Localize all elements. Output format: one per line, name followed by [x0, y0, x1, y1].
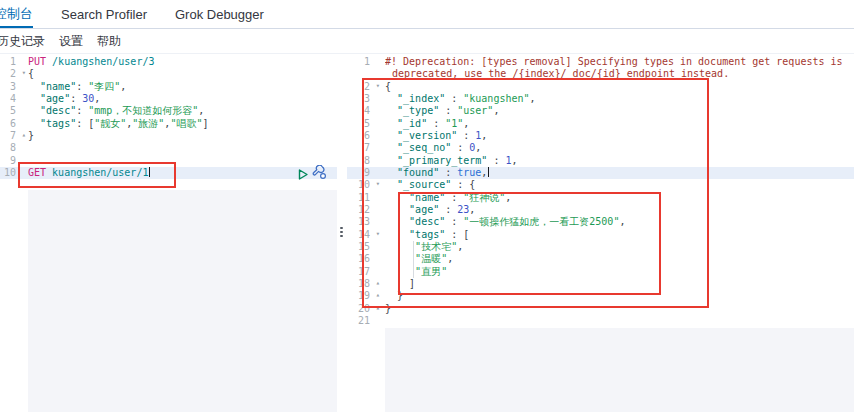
code-token: "一顿操作猛如虎，一看工资2500" [463, 216, 619, 227]
editor-line[interactable]: 7 "_seq_no" : 0, [347, 142, 854, 154]
code-token: { [385, 81, 391, 92]
editor-line[interactable]: 16 "温暖", [347, 253, 854, 265]
editor-line[interactable]: 6 "tags": ["靓女","旅游","唱歌"] [0, 118, 337, 130]
code-token: "found" [397, 167, 439, 178]
code-token: "_version" [397, 130, 457, 141]
line-number: 2▾ [0, 68, 28, 80]
fold-toggle-icon[interactable]: ▾ [376, 80, 380, 92]
code-token [385, 179, 397, 190]
line-number: 3 [347, 93, 385, 105]
code-token: : [439, 204, 457, 215]
code-token: , [469, 204, 475, 215]
response-output-panel[interactable]: 1#! Deprecation: [types removal] Specify… [347, 54, 854, 412]
editor-line[interactable]: 5 "desc": "mmp，不知道如何形容", [0, 105, 337, 117]
fold-toggle-icon[interactable]: ▾ [376, 228, 380, 240]
code-token: } [385, 303, 391, 314]
editor-line[interactable]: 3 "name": "李四", [0, 81, 337, 93]
line-number: 12 [347, 204, 385, 216]
code-token: , [493, 105, 499, 116]
line-number: 3 [0, 81, 28, 93]
code-token: "_seq_no" [397, 142, 451, 153]
line-number: 10▾ [347, 179, 385, 191]
editor-line[interactable]: 4 "_type" : "user", [347, 105, 854, 117]
code-token [385, 105, 397, 116]
editor-line[interactable]: 8 [0, 142, 337, 154]
request-editor-panel[interactable]: 1PUT /kuangshen/user/32▾{3 "name": "李四",… [0, 54, 337, 412]
editor-line[interactable]: 9 "found" : true, [347, 167, 854, 179]
line-number: 5 [347, 118, 385, 130]
code-token: deprecated, use the /{index}/_doc/{id} e… [392, 68, 729, 79]
code-token: : [70, 93, 82, 104]
code-token [28, 118, 40, 129]
fold-toggle-icon[interactable]: ▴ [22, 129, 26, 141]
fold-toggle-icon[interactable]: ▾ [22, 67, 26, 79]
code-token: : [451, 142, 469, 153]
editor-line[interactable]: 9 [0, 155, 337, 167]
code-token: , [447, 253, 453, 264]
code-token: : [ [76, 118, 94, 129]
code-token [385, 253, 415, 264]
line-number: 16 [347, 253, 385, 265]
fold-toggle-icon[interactable]: ▴ [376, 302, 380, 314]
code-token: ] [385, 278, 415, 289]
editor-line[interactable]: 14▾ "tags" : [ [347, 229, 854, 241]
tab-search-profiler[interactable]: Search Profiler [61, 0, 147, 28]
editor-line[interactable]: 5 "_id" : "1", [347, 118, 854, 130]
editor-line[interactable]: 10GET kuangshen/user/1 [0, 167, 337, 179]
code-token [28, 93, 40, 104]
editor-line[interactable]: 15 "技术宅", [347, 241, 854, 253]
send-request-button[interactable] [297, 167, 309, 185]
code-token: ] [202, 118, 208, 129]
fold-toggle-icon[interactable]: ▾ [376, 178, 380, 190]
code-token: , [530, 93, 536, 104]
code-token [385, 216, 409, 227]
editor-line[interactable]: 8 "_primary_term" : 1, [347, 155, 854, 167]
code-token [385, 266, 415, 277]
code-token: } [385, 290, 403, 301]
play-icon [297, 168, 309, 181]
line-number: 5 [0, 105, 28, 117]
editor-line[interactable]: 11 "name" : "狂神说", [347, 192, 854, 204]
code-token: PUT [28, 56, 46, 67]
code-token: : [76, 81, 88, 92]
editor-line[interactable]: 13 "desc" : "一顿操作猛如虎，一看工资2500", [347, 216, 854, 228]
editor-line-wrap[interactable]: deprecated, use the /{index}/_doc/{id} e… [347, 68, 854, 80]
editor-line[interactable]: 4 "age": 30, [0, 93, 337, 105]
line-number: 4 [0, 93, 28, 105]
tab-grok-debugger[interactable]: Grok Debugger [175, 0, 264, 28]
editor-line[interactable]: 6 "_version" : 1, [347, 130, 854, 142]
fold-toggle-icon[interactable]: ▴ [376, 277, 380, 289]
editor-line[interactable]: 2▾{ [0, 68, 337, 80]
request-options-button[interactable] [312, 165, 327, 184]
editor-line[interactable]: 10▾ "_source" : { [347, 179, 854, 191]
menu-settings[interactable]: 设置 [59, 33, 83, 50]
editor-line[interactable]: 20▴} [347, 303, 854, 315]
line-number: 10 [0, 167, 28, 179]
editor-line[interactable]: 19▴ } [347, 290, 854, 302]
editor-line[interactable]: 1#! Deprecation: [types removal] Specify… [347, 56, 854, 68]
code-token: "age" [409, 204, 439, 215]
editor-line[interactable]: 12 "age" : 23, [347, 204, 854, 216]
code-token: : [445, 192, 463, 203]
editor-line[interactable]: 17 "直男" [347, 266, 854, 278]
fold-toggle-icon[interactable]: ▴ [376, 289, 380, 301]
drag-handle-icon[interactable] [340, 227, 344, 237]
code-token [385, 130, 397, 141]
editor-line[interactable]: 3 "_index" : "kuangshen", [347, 93, 854, 105]
code-token: "技术宅" [415, 241, 457, 252]
editor-line[interactable]: 7▴} [0, 130, 337, 142]
code-token [385, 204, 409, 215]
tab-console[interactable]: 控制台 [0, 0, 33, 28]
wrench-icon [312, 165, 327, 180]
code-token [385, 241, 415, 252]
editor-line[interactable]: 1PUT /kuangshen/user/3 [0, 56, 337, 68]
code-token: : [445, 216, 463, 227]
line-number: 9 [0, 155, 28, 167]
menu-help[interactable]: 帮助 [97, 33, 121, 50]
code-token: "1" [445, 118, 463, 129]
editor-line[interactable]: 21 [347, 315, 854, 327]
editor-line[interactable]: 2▾{ [347, 81, 854, 93]
code-token: , [475, 142, 481, 153]
editor-line[interactable]: 18▴ ] [347, 278, 854, 290]
menu-history[interactable]: 历史记录 [0, 33, 45, 50]
